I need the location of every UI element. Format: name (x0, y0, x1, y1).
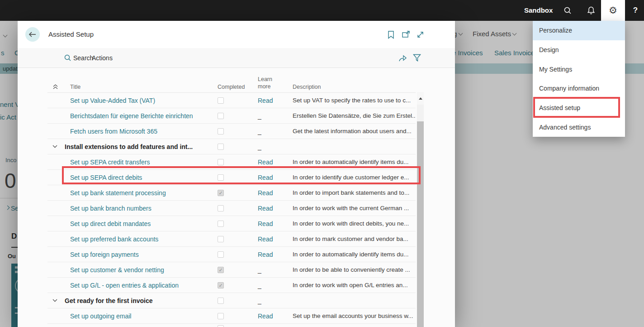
page-title: Assisted Setup (48, 21, 94, 48)
setup-table-rows: Set up Value-Added Tax (VAT)ReadSet up V… (47, 93, 416, 324)
completed-cell: ✓ (213, 282, 256, 289)
completed-cell (213, 221, 256, 227)
triangle-up-icon (419, 97, 422, 100)
description-cell: In order to work with the current German… (291, 205, 416, 212)
dialog-header: Assisted Setup (18, 21, 455, 48)
open-in-window-icon[interactable] (402, 31, 410, 38)
setup-title-link[interactable]: Fetch users from Microsoft 365 (63, 128, 213, 135)
collapse-all-icon[interactable] (47, 84, 63, 90)
menu-item-personalize[interactable]: Personalize (533, 21, 625, 40)
menu-item-company-information[interactable]: Company information (533, 79, 625, 98)
learn-more-cell: _ (256, 266, 291, 274)
completed-cell (213, 113, 256, 119)
share-icon[interactable] (398, 54, 406, 62)
gear-icon[interactable]: ⚙ (601, 0, 625, 21)
scrollbar-thumb[interactable] (417, 121, 424, 327)
menu-item-design[interactable]: Design (533, 40, 625, 60)
learn-more-cell: _ (256, 282, 291, 289)
setup-title-link[interactable]: Set up Value-Added Tax (VAT) (63, 97, 213, 104)
read-link[interactable]: Read (258, 220, 273, 227)
completed-cell: ✓ (213, 190, 256, 196)
help-icon[interactable]: ? (631, 0, 640, 21)
completed-cell (213, 236, 256, 242)
setup-title-link[interactable]: Set up preferred bank accounts (63, 236, 213, 243)
completed-checkbox[interactable] (218, 144, 224, 150)
description-cell: In order to mark customer and vendor ba.… (291, 236, 416, 242)
completed-checkbox[interactable] (218, 313, 224, 319)
description-cell: In order to work with open G/L entries a… (291, 282, 416, 289)
settings-menu: PersonalizeDesignMy SettingsCompany info… (533, 21, 625, 137)
setup-title-link[interactable]: Set up foreign payments (63, 251, 213, 258)
completed-cell (213, 205, 256, 212)
setup-title-link[interactable]: Set up SEPA credit transfers (63, 159, 213, 166)
search-button[interactable]: Search (73, 48, 93, 68)
setup-title-link[interactable]: Set up bank statement processing (63, 189, 213, 197)
back-button[interactable] (25, 27, 40, 42)
table-row: Set up customer & vendor netting✓_In ord… (47, 262, 416, 278)
learn-more-cell: Read (256, 220, 291, 227)
setup-title-link[interactable]: Set up direct debit mandates (63, 220, 213, 227)
completed-checkbox[interactable] (218, 298, 224, 304)
completed-checkbox[interactable] (218, 221, 224, 227)
table-row: Fetch users from Microsoft 365_Get the l… (47, 124, 416, 139)
column-header-completed[interactable]: Completed (213, 84, 256, 90)
menu-item-advanced-settings[interactable]: Advanced settings (533, 117, 625, 137)
setup-title-link[interactable]: Set up outgoing email (63, 313, 213, 320)
read-link[interactable]: Read (258, 97, 273, 104)
filter-icon[interactable] (413, 54, 421, 62)
read-link[interactable]: Read (258, 205, 273, 212)
completed-checkbox[interactable]: ✓ (218, 190, 224, 196)
setup-title-link[interactable]: Install extensions to add features and i… (63, 143, 213, 150)
completed-checkbox[interactable]: ✓ (218, 282, 224, 289)
learn-more-cell: _ (256, 297, 291, 304)
learn-more-cell: Read (256, 236, 291, 243)
description-cell: In order to be able to conveniently crea… (291, 266, 416, 273)
completed-checkbox[interactable]: ✓ (218, 267, 224, 273)
setup-title-link[interactable]: Berichtsdaten für eigene Berichte einric… (63, 112, 213, 120)
completed-checkbox[interactable] (218, 113, 224, 119)
chevron-down-icon[interactable] (47, 299, 63, 302)
completed-checkbox[interactable] (218, 236, 224, 242)
read-link[interactable]: Read (258, 236, 273, 243)
table-row: Set up bank branch numbersReadIn order t… (47, 201, 416, 216)
read-link[interactable]: Read (258, 313, 273, 320)
highlight-box-assisted-setup (533, 97, 620, 118)
description-cell: Erstellen Sie Datensätze, die Sie zum Er… (291, 112, 416, 119)
completed-checkbox[interactable] (218, 159, 224, 165)
expand-icon[interactable] (417, 31, 424, 38)
setup-title-link[interactable]: Set up G/L - open entries & application (63, 282, 213, 289)
bookmark-icon[interactable] (388, 31, 395, 38)
bell-icon[interactable] (587, 6, 596, 15)
column-header-learn-more[interactable]: Learn more (256, 76, 276, 90)
completed-cell (213, 144, 256, 150)
scroll-up-button[interactable] (417, 92, 424, 105)
completed-checkbox[interactable] (218, 205, 224, 212)
menu-item-my-settings[interactable]: My Settings (533, 59, 625, 79)
setup-title-link[interactable]: Set up bank branch numbers (63, 205, 213, 212)
completed-checkbox[interactable] (218, 128, 224, 135)
search-icon[interactable] (563, 6, 572, 15)
read-link[interactable]: Read (258, 189, 273, 197)
learn-more-cell: _ (256, 112, 291, 120)
actions-button[interactable]: Actions (92, 48, 113, 68)
read-link[interactable]: Read (258, 159, 273, 166)
completed-checkbox[interactable] (218, 97, 224, 104)
highlight-box-sepa-direct-debits (62, 166, 421, 184)
learn-more-cell: Read (256, 313, 291, 320)
description-cell: Set up the email accounts your business … (291, 313, 416, 319)
learn-more-empty: _ (258, 266, 261, 274)
chevron-down-icon[interactable] (47, 145, 63, 148)
setup-title-link[interactable]: Set up customer & vendor netting (63, 266, 213, 274)
completed-cell (213, 298, 256, 304)
setup-title-link[interactable]: Get ready for the first invoice (63, 297, 213, 304)
description-cell: In order to automatically identify items… (291, 251, 416, 258)
table-scrollbar[interactable] (417, 92, 424, 327)
read-link[interactable]: Read (258, 251, 273, 258)
column-header-description[interactable]: Description (291, 84, 416, 90)
learn-more-empty: _ (258, 297, 261, 304)
learn-more-cell: Read (256, 159, 291, 166)
column-header-title[interactable]: Title (63, 84, 213, 90)
table-header-row: Title Completed Learn more Description (47, 73, 416, 93)
completed-checkbox[interactable] (218, 251, 224, 258)
description-cell: Get the latest information about users a… (291, 128, 416, 135)
